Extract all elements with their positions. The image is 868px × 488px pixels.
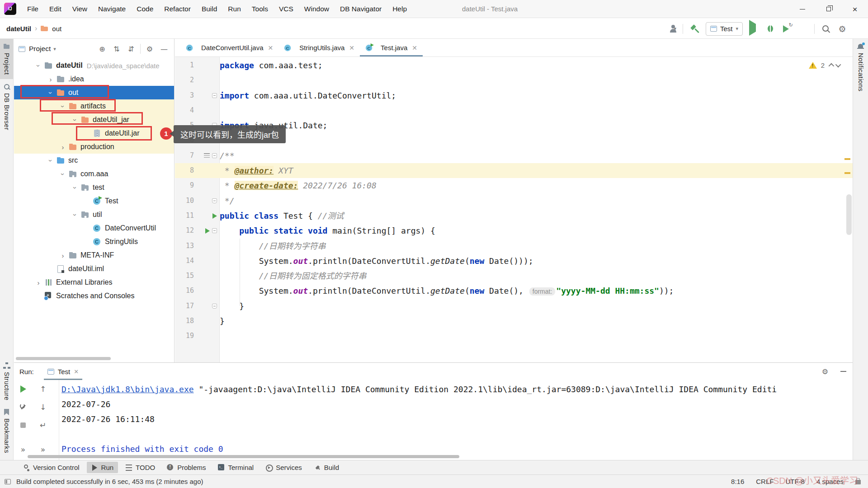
toolwindow-button-todo[interactable]: TODO [121,462,160,473]
tree-row-src[interactable]: ›src [14,154,174,167]
fold-icon[interactable] [212,153,217,158]
expand-arrow-icon[interactable]: › [33,279,44,286]
run-settings-button[interactable]: ⚙ [820,367,830,376]
close-icon[interactable]: ✕ [74,368,79,375]
menu-item-run[interactable]: Run [223,3,245,15]
expand-arrow-icon[interactable]: › [57,143,69,151]
run-tab[interactable]: Test ✕ [44,363,82,380]
collapse-arrow-icon[interactable]: › [59,168,67,180]
menu-item-code[interactable]: Code [132,3,158,15]
file-encoding[interactable]: UTF-8 [785,478,805,485]
fold-icon[interactable] [212,93,217,98]
stripe-button-notifications[interactable]: Notifications [853,39,868,95]
run-config-select[interactable]: Test ▾ [706,22,743,36]
tree-row-out[interactable]: ›out [14,86,174,99]
tool-window-toggle-icon[interactable] [5,479,11,484]
readonly-lock-icon[interactable] [855,480,861,484]
search-everywhere-button[interactable] [821,24,831,34]
breadcrumb-project[interactable]: dateUtil [6,25,31,33]
collapse-arrow-icon[interactable]: › [35,60,42,71]
menu-item-file[interactable]: File [23,3,43,15]
line-separator[interactable]: CRLF [756,478,774,485]
menu-item-edit[interactable]: Edit [45,3,66,15]
select-opened-file-button[interactable]: ⊕ [97,45,108,53]
hide-run-panel-button[interactable] [840,371,846,372]
collapse-arrow-icon[interactable]: › [47,155,55,166]
up-stack-trace-button[interactable]: ↑ [38,384,48,394]
rerun-button[interactable] [18,384,28,394]
console-path-link[interactable]: D:\Java\jdk1.8\bin\java.exe [61,385,194,394]
collapse-arrow-icon[interactable]: › [59,100,67,112]
tree-row-dateutil-jar[interactable]: dateUtil.jar [14,127,174,140]
tab-stringutils-java[interactable]: StringUtils.java✕ [278,39,360,56]
tree-row-scratches-and-consoles[interactable]: Scratches and Consoles [14,289,174,303]
stripe-button-project[interactable]: Project [0,39,13,79]
more-actions-left[interactable]: » [18,444,28,455]
fold-end-icon[interactable] [212,304,217,309]
tree-row-util[interactable]: ›util [14,208,174,221]
minimize-button[interactable] [789,0,816,18]
menu-item-build[interactable]: Build [197,3,222,15]
indent-style[interactable]: 4 spaces [816,478,844,485]
menu-item-db-navigator[interactable]: DB Navigator [335,3,386,15]
more-actions-right[interactable]: » [38,444,48,455]
expand-arrow-icon[interactable]: › [57,252,69,259]
fold-icon[interactable] [212,123,217,128]
inspection-widget[interactable]: 2 [809,61,841,69]
next-problem-icon[interactable] [835,62,841,68]
toolwindow-button-terminal[interactable]: Terminal [213,462,259,473]
tree-row-meta-inf[interactable]: ›META-INF [14,249,174,262]
toolwindow-button-version-control[interactable]: Version Control [18,462,84,473]
close-tab-icon[interactable]: ✕ [412,44,417,52]
close-tab-icon[interactable]: ✕ [349,44,354,52]
close-tab-icon[interactable]: ✕ [268,44,274,52]
status-message[interactable]: Build completed successfully in 6 sec, 4… [16,478,203,485]
stripe-button-db-browser[interactable]: DB Browser [0,79,13,134]
tab-test-java[interactable]: Test.java✕ [360,39,423,56]
render-doc-icon[interactable] [204,153,210,158]
menu-item-tools[interactable]: Tools [247,3,273,15]
collapse-arrow-icon[interactable]: › [71,114,79,126]
breadcrumb-folder[interactable]: out [52,25,61,33]
toolwindow-button-build[interactable]: Build [309,462,344,473]
toolwindow-button-services[interactable]: Services [261,462,307,473]
tree-row--idea[interactable]: ›.idea [14,72,174,86]
tree-row-test[interactable]: Test [14,194,174,208]
expand-arrow-icon[interactable]: › [45,75,57,83]
tree-row-stringutils[interactable]: StringUtils [14,235,174,249]
stop-button[interactable] [798,24,808,34]
profile-button[interactable]: ▾ [668,24,676,34]
collapse-all-button[interactable]: ⇵ [126,45,137,53]
stripe-button-bookmarks[interactable]: Bookmarks [0,404,13,457]
tree-row-external-libraries[interactable]: ›External Libraries [14,276,174,289]
fold-icon[interactable] [212,228,217,233]
settings-button[interactable]: ⚙ [837,24,847,34]
collapse-arrow-icon[interactable]: › [71,209,79,221]
debug-button[interactable] [765,24,775,34]
tree-row-artifacts[interactable]: ›artifacts [14,99,174,113]
menu-item-window[interactable]: Window [300,3,334,15]
tree-row-dateutil[interactable]: ›dateUtilD:\java\idea_space\date [14,59,174,72]
fold-end-icon[interactable] [212,198,217,203]
toolwindow-button-problems[interactable]: Problems [162,462,210,473]
toolwindow-button-run[interactable]: Run [87,462,118,473]
tree-row-dateutil-iml[interactable]: dateUtil.iml [14,262,174,276]
warning-stripe-mark[interactable] [844,172,850,174]
menu-item-refactor[interactable]: Refactor [160,3,195,15]
stop-process-button[interactable] [18,420,28,431]
build-project-button[interactable] [689,24,699,34]
tab-dateconvertutil-java[interactable]: DateConvertUtil.java✕ [180,39,278,56]
menu-item-navigate[interactable]: Navigate [94,3,130,15]
close-button[interactable]: × [842,0,868,18]
run-line-icon[interactable] [205,228,210,234]
tree-row-com-aaa[interactable]: ›com.aaa [14,167,174,181]
hide-panel-button[interactable]: — [159,45,170,53]
run-console[interactable]: D:\Java\jdk1.8\bin\java.exe "-javaagent:… [61,382,853,460]
console-horizontal-scrollbar[interactable] [28,455,459,458]
project-horizontal-scrollbar[interactable] [16,357,111,360]
tree-row-dateconvertutil[interactable]: DateConvertUtil [14,221,174,235]
editor-vertical-scrollbar[interactable] [846,194,852,235]
run-line-icon[interactable] [212,213,217,219]
maximize-button[interactable] [816,0,842,18]
edit-configuration-button[interactable] [18,402,28,413]
